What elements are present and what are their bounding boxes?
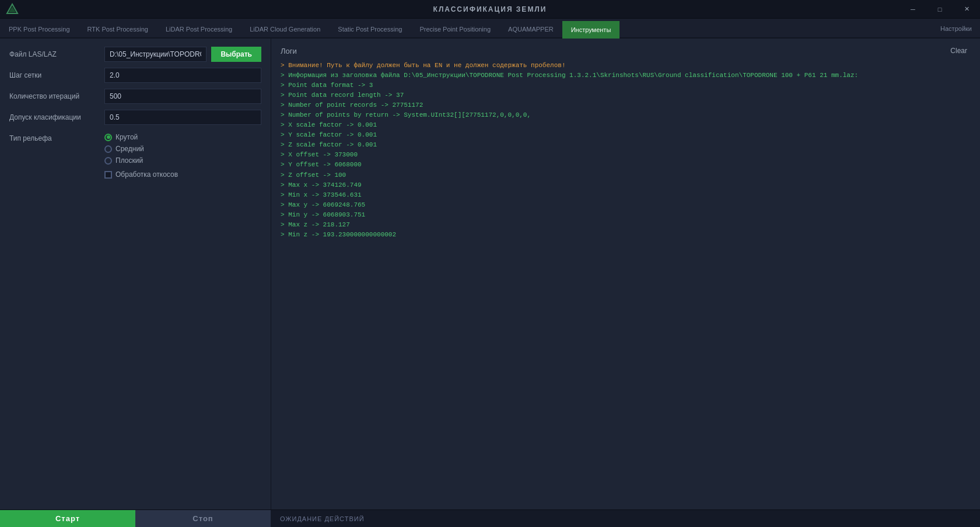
slopes-row[interactable]: Обработка откосов	[104, 170, 178, 179]
log-line: > Max x -> 374126.749	[281, 180, 971, 190]
window-controls: ─ □ ✕	[900, 0, 980, 19]
iterations-row: Количество итераций	[9, 89, 261, 104]
logs-header: Логи Clear	[281, 46, 971, 56]
log-line: > Point data record length -> 37	[281, 90, 971, 100]
log-line: > Z scale factor -> 0.001	[281, 140, 971, 150]
radio-steep-icon	[104, 134, 112, 141]
file-row: Файл LAS/LAZ Выбрать	[9, 47, 261, 62]
log-line: > Max z -> 218.127	[281, 220, 971, 230]
relief-section: Тип рельефа Крутой Средний Плоский Обраб…	[9, 133, 261, 179]
tab-bar: PPK Post Processing RTK Post Processing …	[0, 19, 980, 39]
grid-step-row: Шаг сетки	[9, 68, 261, 83]
logs-clear-button[interactable]: Clear	[947, 46, 971, 56]
log-line: > Y offset -> 6068000	[281, 160, 971, 170]
log-line: > Внимание! Путь к файлу должен быть на …	[281, 61, 971, 71]
tab-lidar[interactable]: LiDAR Post Processing	[157, 20, 241, 37]
relief-options: Крутой Средний Плоский Обработка откосов	[104, 133, 178, 179]
log-line: > Z offset -> 100	[281, 170, 971, 180]
logs-title: Логи	[281, 47, 297, 55]
title-bar: КЛАССИФИКАЦИЯ ЗЕМЛИ ─ □ ✕	[0, 0, 980, 19]
log-line: > Number of point records -> 27751172	[281, 100, 971, 110]
radio-medium-label: Средний	[116, 145, 144, 153]
log-line: > Информация из заголовка файла D:\05_Ин…	[281, 71, 971, 81]
start-button[interactable]: Старт	[0, 510, 135, 528]
minimize-button[interactable]: ─	[900, 0, 926, 19]
radio-flat-label: Плоский	[116, 156, 143, 165]
log-line: > Point data format -> 3	[281, 81, 971, 90]
relief-type-label: Тип рельефа	[9, 133, 100, 179]
relief-option-medium[interactable]: Средний	[104, 145, 178, 153]
select-file-button[interactable]: Выбрать	[211, 47, 261, 62]
slopes-label: Обработка откосов	[116, 170, 178, 179]
log-line: > X scale factor -> 0.001	[281, 120, 971, 130]
bottom-bar: Старт Стоп ОЖИДАНИЕ ДЕЙСТВИЙ	[0, 509, 980, 527]
log-line: > Max y -> 6069248.765	[281, 200, 971, 210]
radio-medium-icon	[104, 145, 112, 153]
tab-rtk[interactable]: RTK Post Processing	[79, 20, 157, 37]
radio-flat-icon	[104, 157, 112, 165]
radio-steep-label: Крутой	[116, 133, 138, 141]
tolerance-input[interactable]	[104, 110, 261, 125]
status-text: ОЖИДАНИЕ ДЕЙСТВИЙ	[271, 515, 365, 522]
grid-step-label: Шаг сетки	[9, 71, 100, 79]
tab-lidar-cloud[interactable]: LiDAR Cloud Generation	[241, 20, 329, 37]
maximize-button[interactable]: □	[926, 0, 953, 19]
tab-aquamapper[interactable]: AQUAMAPPER	[499, 20, 562, 37]
log-line: > Y scale factor -> 0.001	[281, 130, 971, 140]
file-input[interactable]	[104, 47, 206, 62]
main-content: Файл LAS/LAZ Выбрать Шаг сетки Количеств…	[0, 39, 980, 509]
log-line: > Min y -> 6068903.751	[281, 210, 971, 220]
app-logo	[6, 3, 19, 16]
relief-option-steep[interactable]: Крутой	[104, 133, 178, 141]
file-label: Файл LAS/LAZ	[9, 50, 100, 58]
tolerance-label: Допуск класификации	[9, 113, 100, 121]
logs-content: > Внимание! Путь к файлу должен быть на …	[281, 61, 971, 502]
relief-option-flat[interactable]: Плоский	[104, 156, 178, 165]
grid-step-input[interactable]	[104, 68, 261, 83]
tab-static[interactable]: Static Post Processing	[329, 20, 411, 37]
tolerance-row: Допуск класификации	[9, 110, 261, 125]
settings-tab[interactable]: Настройки	[932, 20, 980, 37]
log-line: > Min x -> 373546.631	[281, 190, 971, 200]
close-button[interactable]: ✕	[953, 0, 980, 19]
log-line: > X offset -> 373000	[281, 150, 971, 160]
log-line: > Min z -> 193.230000000000002	[281, 230, 971, 240]
stop-button[interactable]: Стоп	[135, 510, 271, 528]
right-panel: Логи Clear > Внимание! Путь к файлу долж…	[271, 39, 980, 509]
log-line: > Number of points by return -> System.U…	[281, 110, 971, 120]
tab-ppk[interactable]: PPK Post Processing	[0, 20, 79, 37]
tab-instruments[interactable]: Инструменты	[562, 21, 620, 39]
tab-ppp[interactable]: Precise Point Positioning	[411, 20, 499, 37]
iterations-input[interactable]	[104, 89, 261, 104]
slopes-checkbox-icon	[104, 171, 112, 179]
window-title: КЛАССИФИКАЦИЯ ЗЕМЛИ	[433, 5, 547, 13]
iterations-label: Количество итераций	[9, 92, 100, 100]
left-panel: Файл LAS/LAZ Выбрать Шаг сетки Количеств…	[0, 39, 271, 509]
